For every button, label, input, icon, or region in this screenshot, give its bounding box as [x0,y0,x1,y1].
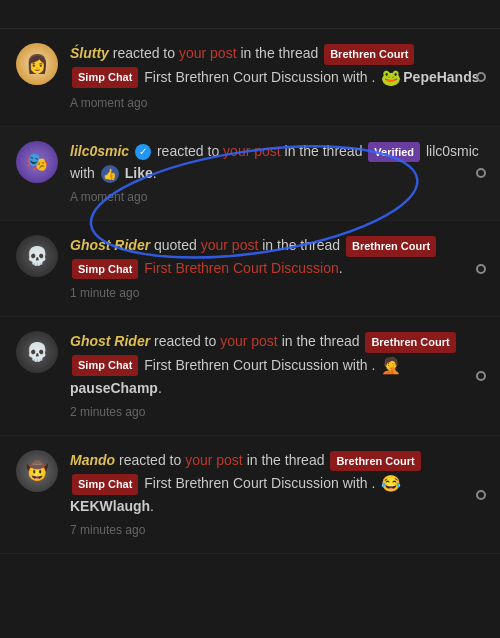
alert-content: Ghost Rider reacted to your post in the … [70,331,484,421]
tag: Simp Chat [72,67,138,88]
unread-dot [476,168,486,178]
page-container: 👩Ślutty reacted to your post in the thre… [0,0,500,554]
alert-content: lilc0smic ✓ reacted to your post in the … [70,141,484,207]
in-thread-text: in the thread [240,45,318,61]
username[interactable]: Ghost Rider [70,237,150,253]
alert-content: Ghost Rider quoted your post in the thre… [70,235,484,302]
suffix-emoji: 😂 [381,475,401,492]
your-post-label: your post [185,452,243,468]
unread-dot [476,371,486,381]
timestamp: A moment ago [70,188,484,206]
timestamp: A moment ago [70,94,484,112]
alert-item: 🤠Mando reacted to your post in the threa… [0,436,500,555]
avatar: 💀 [16,331,58,373]
action-text: quoted [154,237,197,253]
tag: Simp Chat [72,474,138,495]
timestamp: 2 minutes ago [70,403,484,421]
suffix-emoji: 🐸 [381,69,401,86]
in-thread-text: in the thread [282,333,360,349]
timestamp: 7 minutes ago [70,521,484,539]
action-text: reacted to [119,452,181,468]
thread-link[interactable]: First Brethren Court Discussion [144,260,339,276]
like-icon: 👍 [101,165,119,183]
thread-text: First Brethren Court Discussion with [144,68,367,84]
username[interactable]: Ślutty [70,45,109,61]
like-label: Like [125,165,153,181]
your-post-label: your post [201,237,259,253]
avatar: 🎭 [16,141,58,183]
alert-item: 🎭lilc0smic ✓ reacted to your post in the… [0,127,500,222]
bold-text: KEKWlaugh [70,498,150,514]
your-post-label: your post [220,333,278,349]
in-thread-text: in the thread [285,143,363,159]
your-post-label: your post [179,45,237,61]
username[interactable]: Ghost Rider [70,333,150,349]
your-post-label: your post [223,143,281,159]
avatar: 💀 [16,235,58,277]
alert-item: 💀Ghost Rider quoted your post in the thr… [0,221,500,317]
username[interactable]: lilc0smic [70,143,129,159]
action-text: reacted to [113,45,175,61]
timestamp: 1 minute ago [70,284,484,302]
tag: Simp Chat [72,355,138,376]
unread-dot [476,264,486,274]
action-text: reacted to [157,143,219,159]
in-thread-text: in the thread [247,452,325,468]
bold-text: PepeHands [403,68,479,84]
alert-content: Mando reacted to your post in the thread… [70,450,484,540]
tag: Brethren Court [330,451,420,472]
thread-text: First Brethren Court Discussion with [144,475,367,491]
verified-badge: ✓ [135,144,151,160]
alert-item: 👩Ślutty reacted to your post in the thre… [0,29,500,127]
unread-dot [476,72,486,82]
tag: Brethren Court [346,236,436,257]
alerts-wrapper: 👩Ślutty reacted to your post in the thre… [0,29,500,554]
unread-dot [476,490,486,500]
thread-text: First Brethren Court Discussion with [144,356,367,372]
suffix-emoji: 🤦 [381,357,401,374]
alert-content: Ślutty reacted to your post in the threa… [70,43,484,112]
tag: Brethren Court [324,44,414,65]
alert-item: 💀Ghost Rider reacted to your post in the… [0,317,500,436]
username[interactable]: Mando [70,452,115,468]
alerts-list: 👩Ślutty reacted to your post in the thre… [0,29,500,554]
bold-text: pauseChamp [70,380,158,396]
in-thread-text: in the thread [262,237,340,253]
tag: Simp Chat [72,259,138,280]
avatar: 👩 [16,43,58,85]
tag: Verified [368,142,420,163]
page-header [0,0,500,29]
action-text: reacted to [154,333,216,349]
tag: Brethren Court [365,332,455,353]
avatar: 🤠 [16,450,58,492]
